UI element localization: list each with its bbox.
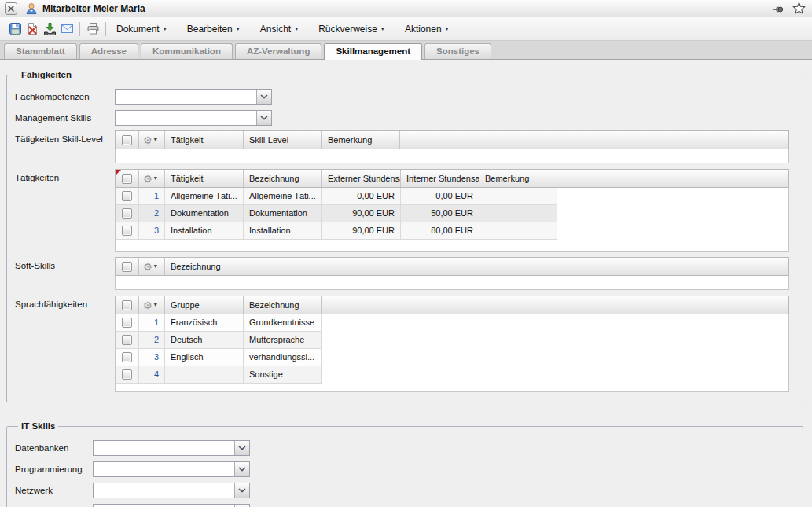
fachkompetenzen-combo [115, 89, 272, 105]
row-checkbox[interactable] [122, 318, 132, 328]
column-header[interactable]: Gruppe [165, 296, 244, 314]
table-row[interactable]: 2DeutschMuttersprache [116, 332, 788, 349]
grid-body: 1FranzösischGrundkenntnisse2DeutschMutte… [115, 314, 789, 392]
column-header[interactable]: Bemerkung [322, 131, 400, 149]
toolbar-separator [79, 22, 80, 36]
row-number-link[interactable]: 2 [154, 335, 159, 344]
row-number-link[interactable]: 3 [154, 352, 159, 362]
row-number-link[interactable]: 3 [154, 226, 159, 235]
programmierung-input[interactable] [94, 462, 234, 476]
datenbanken-dropdown-button[interactable] [234, 441, 249, 455]
table-cell [479, 222, 557, 240]
chevron-down-icon: ▾ [154, 263, 157, 270]
chevron-down-icon: ▾ [446, 26, 449, 32]
programmierung-row: Programmierung [15, 461, 790, 477]
column-header[interactable]: Tätigkeit [165, 131, 244, 149]
tab-adresse[interactable]: Adresse [79, 43, 138, 59]
table-cell: Allgemeine Täti... [244, 188, 322, 205]
fachkompetenzen-input[interactable] [116, 90, 256, 104]
row-checkbox[interactable] [122, 352, 132, 362]
person-icon [25, 2, 38, 15]
tab-skillmanagement[interactable]: Skillmanagement [324, 43, 422, 60]
administration-dropdown-button[interactable] [234, 505, 249, 507]
print-button[interactable] [84, 20, 101, 38]
row-number-link[interactable]: 1 [154, 191, 159, 200]
row-checkbox[interactable] [122, 369, 132, 380]
netzwerk-dropdown-button[interactable] [234, 483, 249, 498]
menu-aktionen[interactable]: Aktionen▾ [405, 24, 449, 35]
management-skills-combo [115, 110, 272, 126]
menu-bearbeiten[interactable]: Bearbeiten▾ [187, 24, 240, 35]
row-number-link[interactable]: 4 [154, 369, 159, 379]
gear-menu-button[interactable]: ⚙▾ [139, 258, 165, 275]
select-all-cell [116, 258, 139, 275]
chevron-down-icon [260, 116, 268, 120]
tab-kommunikation[interactable]: Kommunikation [141, 43, 233, 59]
grid-body [115, 149, 789, 163]
row-checkbox[interactable] [122, 191, 132, 201]
column-header[interactable]: Bezeichnung [165, 258, 505, 275]
tab-az-verwaltung[interactable]: AZ-Verwaltung [235, 43, 322, 59]
table-cell [479, 205, 557, 222]
taetigkeiten-grid: ⚙▾TätigkeitBezeichnungExterner Stundensa… [115, 169, 789, 252]
menu-ansicht[interactable]: Ansicht▾ [260, 24, 298, 35]
datenbanken-input[interactable] [94, 441, 234, 455]
table-cell: Installation [244, 222, 322, 240]
import-button[interactable] [41, 20, 58, 38]
column-header[interactable]: Tätigkeit [165, 170, 244, 187]
pin-button[interactable] [769, 0, 786, 17]
programmierung-combo [93, 461, 250, 477]
management-skills-input[interactable] [116, 111, 256, 125]
table-row[interactable]: 1FranzösischGrundkenntnisse [116, 314, 788, 332]
row-number-link[interactable]: 1 [154, 318, 159, 327]
close-button[interactable] [5, 2, 17, 15]
favorite-button[interactable] [790, 0, 807, 17]
email-button[interactable] [58, 20, 75, 38]
toolbar: Dokument▾ Bearbeiten▾ Ansicht▾ Rückverwe… [0, 17, 812, 41]
row-select-cell [116, 222, 139, 240]
fachkompetenzen-dropdown-button[interactable] [256, 90, 271, 104]
gear-menu-button[interactable]: ⚙▾ [139, 170, 165, 187]
row-number-link[interactable]: 2 [154, 208, 159, 218]
grid-header: ⚙▾TätigkeitBezeichnungExterner Stundensa… [115, 169, 789, 188]
table-cell: verhandlungssi... [244, 349, 322, 366]
table-row[interactable]: 3InstallationInstallation90,00 EUR80,00 … [116, 222, 788, 240]
column-header[interactable]: Bezeichnung [244, 170, 322, 187]
gear-menu-button[interactable]: ⚙▾ [139, 131, 165, 149]
column-header[interactable]: Skill-Level [244, 131, 322, 149]
administration-input[interactable] [94, 505, 234, 507]
table-row[interactable]: 2DokumentationDokumentation90,00 EUR50,0… [116, 205, 788, 222]
row-checkbox[interactable] [122, 208, 132, 219]
table-row[interactable]: 4Sonstige [116, 366, 788, 384]
star-icon [792, 2, 806, 15]
management-skills-dropdown-button[interactable] [256, 111, 271, 125]
column-header[interactable]: Bemerkung [479, 170, 557, 187]
menu-rueckverweise[interactable]: Rückverweise▾ [318, 24, 384, 35]
select-all-checkbox[interactable] [122, 135, 132, 145]
save-button[interactable] [6, 20, 24, 38]
table-cell: Allgemeine Täti... [165, 188, 244, 205]
row-checkbox[interactable] [122, 226, 132, 236]
tab-sonstiges[interactable]: Sonstiges [424, 43, 491, 59]
select-all-cell [116, 296, 139, 314]
gear-icon: ⚙ [143, 300, 152, 310]
chevron-down-icon: ▾ [164, 26, 167, 32]
row-checkbox[interactable] [122, 335, 132, 345]
row-number-cell: 2 [139, 205, 165, 222]
netzwerk-input[interactable] [94, 483, 234, 498]
table-cell: 90,00 EUR [322, 205, 401, 222]
select-all-checkbox[interactable] [122, 174, 132, 184]
column-header[interactable]: Interner Stundensa [401, 170, 479, 187]
table-cell: Muttersprache [244, 332, 322, 349]
tab-stammblatt[interactable]: Stammblatt [4, 43, 77, 59]
table-row[interactable]: 1Allgemeine Täti...Allgemeine Täti...0,0… [116, 188, 788, 205]
table-row[interactable]: 3Englischverhandlungssi... [116, 349, 788, 366]
select-all-checkbox[interactable] [122, 262, 132, 272]
menu-dokument[interactable]: Dokument▾ [116, 24, 167, 35]
delete-document-button[interactable] [24, 20, 41, 38]
gear-menu-button[interactable]: ⚙▾ [139, 296, 165, 314]
column-header[interactable]: Bezeichnung [244, 296, 322, 314]
column-header[interactable]: Externer Stundensa [322, 170, 401, 187]
select-all-checkbox[interactable] [122, 300, 132, 310]
programmierung-dropdown-button[interactable] [234, 462, 249, 476]
